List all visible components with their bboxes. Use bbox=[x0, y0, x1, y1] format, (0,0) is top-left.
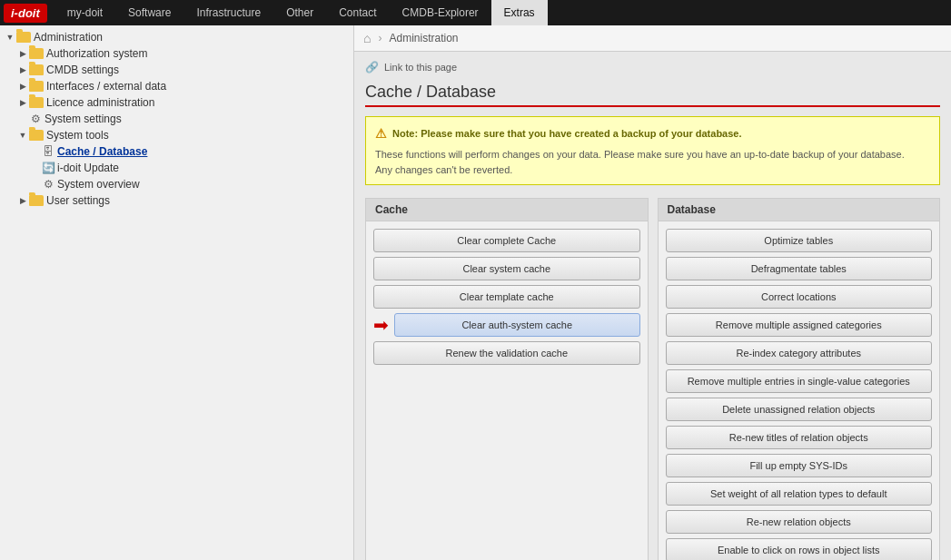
sidebar-item-interfaces[interactable]: ▶ Interfaces / external data bbox=[13, 78, 353, 94]
expand-icon: ▶ bbox=[16, 80, 29, 93]
expand-icon: ▼ bbox=[4, 31, 16, 44]
link-to-page[interactable]: 🔗 Link to this page bbox=[365, 61, 940, 74]
warning-box: ⚠ Note: Please make sure that you have c… bbox=[365, 116, 940, 185]
sidebar-item-label: Interfaces / external data bbox=[46, 80, 166, 93]
breadcrumb-bar: ⌂ › Administration bbox=[354, 25, 951, 52]
sidebar-item-system-tools[interactable]: ▼ System tools bbox=[13, 127, 353, 143]
sidebar-item-cmdb-settings[interactable]: ▶ CMDB settings bbox=[13, 62, 353, 78]
sidebar-item-label: Administration bbox=[34, 31, 103, 44]
link-label: Link to this page bbox=[384, 62, 457, 73]
database-panel-body: Optimize tables Defragmentate tables Cor… bbox=[659, 221, 940, 560]
correct-locations-button[interactable]: Correct locations bbox=[666, 285, 933, 309]
arrow-row: ➡ Clear auth-system cache bbox=[373, 313, 640, 337]
nav-other[interactable]: Other bbox=[273, 0, 326, 25]
warning-title-text: Note: Please make sure that you have cre… bbox=[392, 126, 742, 142]
link-icon: 🔗 bbox=[365, 61, 379, 74]
sidebar-item-system-overview[interactable]: ▶ ⚙ System overview bbox=[25, 176, 353, 192]
folder-icon bbox=[16, 32, 31, 43]
red-arrow-icon: ➡ bbox=[373, 314, 389, 336]
reindex-category-attributes-button[interactable]: Re-index category attributes bbox=[666, 341, 933, 365]
expand-icon: ▶ bbox=[16, 47, 29, 60]
sidebar-item-authorization[interactable]: ▶ Authorization system bbox=[13, 45, 353, 62]
top-navigation: i-doit my-doit Software Infrastructure O… bbox=[0, 0, 951, 25]
renew-relation-titles-button[interactable]: Re-new titles of relation objects bbox=[666, 426, 933, 449]
expand-icon: ▶ bbox=[16, 194, 29, 207]
expand-icon: ▼ bbox=[16, 129, 29, 142]
sidebar-item-label: Cache / Database bbox=[57, 145, 147, 158]
update-icon: 🔄 bbox=[42, 162, 54, 174]
folder-icon bbox=[29, 130, 44, 141]
sidebar-item-label: i-doit Update bbox=[57, 162, 119, 174]
warning-title: ⚠ Note: Please make sure that you have c… bbox=[375, 124, 930, 143]
sidebar: ▼ Administration ▶ Authorization system … bbox=[0, 25, 354, 560]
enable-row-click-button[interactable]: Enable to click on rows in object lists bbox=[666, 538, 933, 560]
cache-panel-body: Clear complete Cache Clear system cache … bbox=[366, 221, 648, 372]
set-relation-weight-button[interactable]: Set weight of all relation types to defa… bbox=[666, 482, 933, 506]
delete-unassigned-relations-button[interactable]: Delete unassigned relation objects bbox=[666, 398, 933, 421]
breadcrumb-separator: › bbox=[378, 32, 381, 44]
sidebar-item-idoit-update[interactable]: ▶ 🔄 i-doit Update bbox=[25, 160, 353, 176]
sidebar-item-label: Authorization system bbox=[46, 47, 147, 60]
sidebar-item-label: Licence administration bbox=[46, 96, 154, 109]
sidebar-item-user-settings[interactable]: ▶ User settings bbox=[13, 192, 353, 209]
nav-my-doit[interactable]: my-doit bbox=[54, 0, 115, 25]
clear-auth-system-cache-button[interactable]: Clear auth-system cache bbox=[394, 313, 640, 337]
gear-icon: ⚙ bbox=[29, 113, 42, 125]
folder-icon bbox=[29, 97, 44, 108]
expand-icon: ▶ bbox=[16, 96, 29, 109]
home-icon[interactable]: ⌂ bbox=[363, 31, 371, 45]
remove-single-value-entries-button[interactable]: Remove multiple entries in single-value … bbox=[666, 369, 933, 393]
warning-body: These functions will perform changes on … bbox=[375, 147, 930, 177]
renew-validation-cache-button[interactable]: Renew the validation cache bbox=[373, 341, 640, 365]
sidebar-item-label: User settings bbox=[46, 194, 110, 207]
defragmentate-tables-button[interactable]: Defragmentate tables bbox=[666, 257, 933, 280]
nav-infrastructure[interactable]: Infrastructure bbox=[183, 0, 273, 25]
sidebar-item-label: System tools bbox=[46, 129, 109, 142]
remove-multiple-categories-button[interactable]: Remove multiple assigned categories bbox=[666, 313, 933, 337]
folder-icon bbox=[29, 48, 44, 59]
folder-icon bbox=[29, 195, 44, 206]
sidebar-item-label: System overview bbox=[57, 178, 140, 191]
optimize-tables-button[interactable]: Optimize tables bbox=[666, 229, 933, 252]
panels-container: Cache Clear complete Cache Clear system … bbox=[365, 198, 940, 560]
sidebar-item-system-settings[interactable]: ▶ ⚙ System settings bbox=[13, 111, 353, 127]
nav-software[interactable]: Software bbox=[115, 0, 183, 25]
database-panel-header: Database bbox=[659, 199, 940, 221]
sidebar-item-administration[interactable]: ▼ Administration bbox=[0, 29, 353, 45]
fill-sysids-button[interactable]: Fill up empty SYS-IDs bbox=[666, 454, 933, 477]
cache-panel: Cache Clear complete Cache Clear system … bbox=[365, 198, 649, 560]
breadcrumb-current: Administration bbox=[389, 32, 458, 44]
expand-icon: ▶ bbox=[16, 64, 29, 76]
nav-cmdb-explorer[interactable]: CMDB-Explorer bbox=[390, 0, 491, 25]
cache-panel-header: Cache bbox=[366, 199, 648, 221]
app-logo: i-doit bbox=[4, 4, 47, 23]
database-panel: Database Optimize tables Defragmentate t… bbox=[658, 198, 941, 560]
folder-icon bbox=[29, 64, 44, 75]
sidebar-item-cache-database[interactable]: ▶ 🗄 Cache / Database bbox=[25, 143, 353, 160]
clear-template-cache-button[interactable]: Clear template cache bbox=[373, 285, 640, 309]
nav-extras[interactable]: Extras bbox=[491, 0, 548, 25]
folder-icon bbox=[29, 81, 44, 92]
warning-icon: ⚠ bbox=[375, 124, 387, 143]
sidebar-item-label: CMDB settings bbox=[46, 64, 119, 76]
overview-icon: ⚙ bbox=[42, 178, 54, 191]
nav-contact[interactable]: Contact bbox=[326, 0, 389, 25]
sidebar-item-licence[interactable]: ▶ Licence administration bbox=[13, 94, 353, 111]
database-icon: 🗄 bbox=[42, 145, 54, 158]
clear-complete-cache-button[interactable]: Clear complete Cache bbox=[373, 229, 640, 252]
page-title: Cache / Database bbox=[365, 83, 940, 107]
clear-system-cache-button[interactable]: Clear system cache bbox=[373, 257, 640, 280]
main-content: ⌂ › Administration 🔗 Link to this page C… bbox=[354, 25, 951, 560]
renew-relation-objects-button[interactable]: Re-new relation objects bbox=[666, 510, 933, 534]
sidebar-item-label: System settings bbox=[45, 113, 122, 125]
